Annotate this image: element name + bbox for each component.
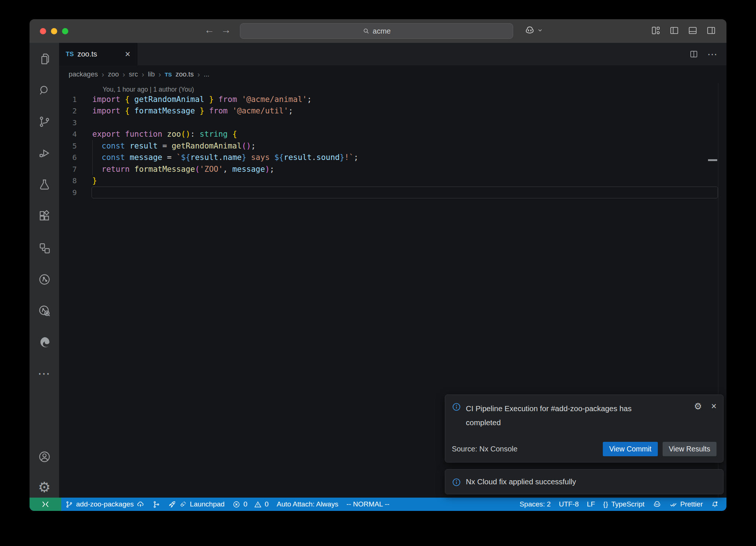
code-line-8[interactable]: 8}: [59, 175, 726, 187]
code-line-2[interactable]: 2import { formatMessage } from '@acme/ut…: [59, 105, 726, 117]
status-problems[interactable]: 0 0: [228, 498, 272, 511]
nx-console-icon[interactable]: [30, 265, 59, 294]
customize-layout-icon[interactable]: [651, 25, 661, 35]
line-number: 4: [59, 130, 83, 139]
status-spaces[interactable]: Spaces: 2: [515, 498, 555, 511]
line-number: 6: [59, 153, 83, 162]
status-encoding[interactable]: UTF-8: [555, 498, 583, 511]
maximize-window-button[interactable]: [62, 28, 68, 34]
overview-ruler-mark: [708, 159, 717, 161]
status-auto-attach[interactable]: Auto Attach: Always: [273, 498, 343, 511]
status-branch[interactable]: add-zoo-packages: [61, 498, 148, 511]
branch-label: add-zoo-packages: [76, 500, 134, 508]
search-value: acme: [373, 27, 391, 35]
double-check-icon: [670, 501, 677, 508]
status-formatter[interactable]: Prettier: [666, 498, 707, 511]
breadcrumb-file[interactable]: zoo.ts: [175, 70, 193, 78]
status-copilot[interactable]: [649, 498, 666, 511]
copilot-menu-button[interactable]: [524, 25, 543, 36]
toggle-sidebar-icon[interactable]: [669, 25, 679, 35]
warning-count: 0: [265, 500, 269, 508]
navigate-back-button[interactable]: ←: [203, 24, 216, 36]
breadcrumb-item[interactable]: src: [129, 70, 138, 78]
navigate-forward-button[interactable]: →: [220, 24, 232, 36]
code-line-3[interactable]: 3: [59, 117, 726, 129]
code-line-5[interactable]: 5 const result = getRandomAnimal();: [59, 140, 726, 152]
command-center-search[interactable]: acme: [240, 23, 513, 39]
explorer-icon[interactable]: [30, 44, 59, 74]
status-git-graph[interactable]: [148, 498, 164, 511]
toggle-panel-icon[interactable]: [688, 25, 698, 35]
status-notifications-bell[interactable]: [707, 498, 723, 511]
toggle-secondary-sidebar-icon[interactable]: [706, 25, 716, 35]
tab-label: zoo.ts: [78, 50, 97, 58]
line-number: 5: [59, 141, 83, 150]
breadcrumb-separator-icon: ›: [158, 70, 161, 79]
run-debug-icon[interactable]: [30, 138, 59, 168]
hierarchy-view-icon[interactable]: [30, 233, 59, 263]
braces-icon: {}: [603, 501, 608, 508]
breadcrumb-separator-icon: ›: [197, 70, 200, 79]
copilot-icon: [653, 500, 662, 509]
testing-icon[interactable]: [30, 170, 59, 199]
code-lines: 1import { getRandomAnimal } from '@acme/…: [59, 93, 726, 198]
line-number: 9: [59, 188, 83, 197]
breadcrumb-separator-icon: ›: [123, 70, 125, 79]
status-vim-mode[interactable]: -- NORMAL --: [342, 498, 393, 511]
breadcrumb-item[interactable]: lib: [148, 70, 155, 78]
remote-icon: [41, 500, 50, 509]
breadcrumb-separator-icon: ›: [102, 70, 104, 79]
code-line-6[interactable]: 6 const message = `${result.name} says $…: [59, 152, 726, 164]
notification-ci-pipeline: CI Pipeline Execution for #add-zoo-packa…: [445, 395, 724, 463]
split-editor-icon[interactable]: [689, 50, 698, 59]
edge-browser-icon[interactable]: [30, 327, 59, 357]
minimize-window-button[interactable]: [51, 28, 57, 34]
code-line-1[interactable]: 1import { getRandomAnimal } from '@acme/…: [59, 93, 726, 105]
bell-icon: [711, 501, 719, 508]
plug-icon: [179, 501, 187, 508]
notification-close-icon[interactable]: ×: [711, 401, 717, 412]
remote-indicator[interactable]: [30, 498, 61, 511]
breadcrumb-item[interactable]: zoo: [108, 70, 119, 78]
current-line-highlight: [92, 187, 718, 198]
close-window-button[interactable]: [40, 28, 46, 34]
notification-nx-cloud: Nx Cloud fix applied successfully: [445, 469, 724, 494]
search-view-icon[interactable]: [30, 75, 59, 105]
git-blame-annotation: You, 1 hour ago | 1 author (You): [59, 83, 726, 93]
copilot-icon: [524, 25, 535, 36]
notification-source: Source: Nx Console: [452, 445, 518, 453]
chevron-down-icon: [537, 27, 543, 33]
breadcrumb-separator-icon: ›: [142, 70, 144, 79]
editor-more-actions-icon[interactable]: ⋯: [707, 48, 718, 60]
status-launchpad[interactable]: Launchpad: [164, 498, 228, 511]
info-icon: [452, 478, 461, 487]
title-bar: ← → acme: [30, 19, 726, 43]
notification-message: CI Pipeline Execution for #add-zoo-packa…: [466, 402, 667, 430]
notification-message: Nx Cloud fix applied successfully: [466, 477, 576, 486]
close-tab-icon[interactable]: ×: [125, 50, 130, 59]
line-number: 3: [59, 118, 83, 127]
view-results-button[interactable]: View Results: [663, 442, 717, 456]
git-graph-icon: [152, 501, 160, 508]
code-line-7[interactable]: 7 return formatMessage('ZOO', message);: [59, 163, 726, 175]
breadcrumb-item[interactable]: packages: [69, 70, 98, 78]
launchpad-label: Launchpad: [190, 500, 224, 508]
accounts-icon[interactable]: [30, 442, 59, 471]
additional-views-icon[interactable]: ⋯: [30, 359, 59, 388]
search-icon: [362, 27, 370, 35]
tab-zoo-ts[interactable]: TS zoo.ts ×: [59, 43, 137, 65]
source-control-icon[interactable]: [30, 107, 59, 136]
notification-settings-icon[interactable]: ⚙: [694, 401, 702, 412]
status-eol[interactable]: LF: [583, 498, 599, 511]
view-commit-button[interactable]: View Commit: [603, 442, 658, 456]
breadcrumb: packages › zoo › src › lib › TS zoo.ts ›…: [59, 65, 726, 83]
nx-project-graph-icon[interactable]: [30, 296, 59, 325]
code-line-4[interactable]: 4export function zoo(): string {: [59, 129, 726, 140]
git-branch-icon: [65, 501, 73, 508]
warning-icon: [254, 501, 262, 508]
typescript-file-icon: TS: [66, 51, 74, 58]
breadcrumb-overflow[interactable]: ...: [204, 70, 209, 78]
extensions-icon[interactable]: [30, 201, 59, 231]
vscode-window: ← → acme: [30, 19, 726, 511]
status-language[interactable]: {} TypeScript: [599, 498, 649, 511]
